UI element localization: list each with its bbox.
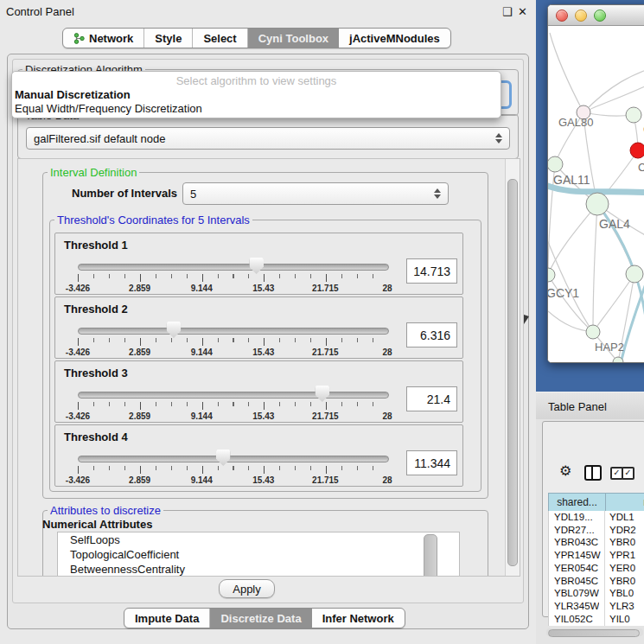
network-view-window[interactable]: GAL80 GA C GAL11 GAL4 GCY1 H HAP2 — [547, 4, 644, 363]
tab-infer-network[interactable]: Infer Network — [312, 609, 405, 628]
apply-button[interactable]: Apply — [219, 579, 275, 598]
table-cell[interactable]: YPR145W — [554, 550, 601, 560]
tick-label: 9.144 — [182, 348, 220, 357]
threshold-slider[interactable]: -3.426 2.859 9.144 15.43 21.715 28 — [78, 386, 387, 417]
table-cell[interactable]: YIL052C — [554, 614, 593, 624]
tab-style-label: Style — [155, 32, 182, 45]
checkbox-icon[interactable]: ✓ — [622, 467, 634, 480]
tab-discretize-data-label: Discretize Data — [220, 612, 301, 625]
numerical-attributes-heading: Numerical Attributes — [42, 518, 152, 531]
table-cell[interactable]: YBL0 — [609, 588, 634, 598]
table-data-combo[interactable]: galFiltered.sif default node — [26, 127, 510, 150]
table-cell[interactable]: YPR1 — [609, 550, 635, 560]
table-settings-gear-icon[interactable]: ⚙ — [559, 462, 571, 479]
table-cell[interactable]: YER054C — [554, 563, 598, 573]
slider-handle[interactable] — [315, 386, 329, 402]
popup-option-manual[interactable]: Manual Discretization — [12, 87, 501, 101]
combo-stepper-icon — [434, 188, 441, 199]
combo-stepper-icon — [495, 133, 502, 143]
tab-network[interactable]: Network — [63, 29, 144, 48]
tick-label: 28 — [368, 348, 406, 357]
tick-label: 15.43 — [245, 284, 283, 293]
tab-cyni-toolbox[interactable]: Cyni Toolbox — [248, 29, 339, 48]
tick-label: -3.426 — [59, 411, 97, 421]
threshold-slider[interactable]: -3.426 2.859 9.144 15.43 21.715 28 — [78, 258, 387, 289]
threshold-panel: Threshold 3 -3.426 2.859 9.144 15.43 21.… — [54, 360, 463, 423]
network-window-titlebar[interactable] — [548, 5, 644, 26]
slider-major-ticks — [78, 274, 388, 282]
tick-label: 2.859 — [121, 348, 159, 357]
threshold-panel: Threshold 2 -3.426 2.859 9.144 15.43 21.… — [54, 296, 463, 359]
threshold-label: Threshold 2 — [64, 303, 128, 316]
threshold-value: 14.713 — [413, 265, 450, 278]
tick-label: -3.426 — [59, 284, 97, 293]
slider-handle[interactable] — [166, 322, 181, 338]
tab-style[interactable]: Style — [144, 29, 193, 48]
number-of-intervals-combo[interactable]: 5 — [182, 182, 449, 205]
table-cell[interactable]: YBR0 — [609, 537, 635, 547]
table-cell[interactable]: YIL0 — [609, 614, 630, 624]
column-header-shared-name[interactable]: shared... — [548, 493, 606, 512]
table-cell[interactable]: YBR0 — [609, 576, 635, 586]
slider-major-ticks — [78, 338, 388, 346]
number-of-intervals-label: Number of Intervals — [72, 187, 177, 200]
threshold-value-field[interactable]: 14.713 — [406, 258, 457, 284]
threshold-value-field[interactable]: 6.316 — [406, 322, 457, 348]
main-scrollbar-thumb[interactable] — [507, 179, 518, 566]
threshold-value: 11.344 — [414, 456, 450, 470]
number-of-intervals-value: 5 — [190, 188, 429, 201]
tab-cyni-toolbox-label: Cyni Toolbox — [258, 32, 328, 45]
table-cell[interactable]: YDL19... — [554, 512, 593, 522]
table-cell[interactable]: YBR043C — [554, 537, 598, 547]
table-hscrollbar-thumb[interactable] — [548, 629, 640, 637]
table-panel-titlebar: Table Panel — [536, 392, 644, 419]
table-cell[interactable]: YER0 — [609, 563, 635, 573]
node-label-c: C — [638, 161, 644, 174]
tab-discretize-data[interactable]: Discretize Data — [210, 609, 311, 628]
tab-impute-data[interactable]: Impute Data — [124, 609, 210, 628]
minimize-window-icon[interactable] — [575, 10, 587, 22]
slider-track[interactable] — [78, 328, 389, 335]
float-window-icon[interactable]: ❑ — [502, 5, 513, 18]
slider-track[interactable] — [78, 456, 389, 462]
threshold-slider[interactable]: -3.426 2.859 9.144 15.43 21.715 28 — [78, 322, 387, 353]
table-cell[interactable]: YLR345W — [554, 601, 599, 611]
attributes-group-title: Attributes to discretize — [48, 504, 163, 517]
tick-label: 9.144 — [182, 475, 220, 485]
slider-track[interactable] — [78, 264, 389, 271]
list-item[interactable]: TopologicalCoefficient — [58, 547, 459, 562]
popup-option-equal-width[interactable]: Equal Width/Frequency Discretization — [12, 101, 501, 115]
zoom-window-icon[interactable] — [594, 10, 606, 22]
tab-jactivemnodules[interactable]: jActiveMNodules — [339, 29, 450, 48]
table-cell[interactable]: YLR3 — [609, 601, 634, 611]
table-cell[interactable]: YBR045C — [554, 576, 598, 586]
split-columns-icon[interactable] — [584, 465, 602, 481]
slider-handle[interactable] — [216, 450, 231, 466]
control-panel-titlebar: Control Panel ❑ ✕ — [0, 0, 536, 22]
close-window-icon[interactable] — [556, 10, 568, 22]
threshold-value-field[interactable]: 21.4 — [406, 386, 457, 411]
numerical-attributes-list[interactable]: SelfLoops TopologicalCoefficient Between… — [57, 532, 460, 577]
threshold-value-field[interactable]: 11.344 — [406, 450, 457, 475]
slider-track[interactable] — [78, 392, 389, 399]
table-cell[interactable]: YDR2 — [609, 525, 636, 535]
threshold-slider[interactable]: -3.426 2.859 9.144 15.43 21.715 28 — [78, 450, 387, 481]
node-label-hap2: HAP2 — [595, 341, 624, 354]
tab-infer-network-label: Infer Network — [322, 612, 394, 625]
tick-label: 2.859 — [121, 475, 159, 485]
attributes-list-scrollbar[interactable] — [424, 534, 437, 577]
column-header-name[interactable]: n — [605, 493, 644, 512]
table-cell[interactable]: YBL079W — [554, 588, 599, 598]
network-graph — [548, 26, 644, 362]
table-cell[interactable]: YDR27... — [554, 525, 595, 535]
tab-select[interactable]: Select — [193, 29, 247, 48]
list-item[interactable]: SelfLoops — [58, 532, 459, 547]
network-canvas[interactable]: GAL80 GA C GAL11 GAL4 GCY1 H HAP2 — [548, 26, 644, 362]
slider-handle[interactable] — [249, 258, 264, 274]
table-cell[interactable]: YDL1 — [609, 512, 634, 522]
column-divider — [604, 511, 605, 626]
close-panel-icon[interactable]: ✕ — [518, 5, 527, 18]
list-item[interactable]: BetweennessCentrality — [58, 562, 459, 577]
mouse-cursor — [524, 315, 529, 324]
scroll-viewport: Interval Definition Number of Intervals … — [17, 158, 520, 577]
